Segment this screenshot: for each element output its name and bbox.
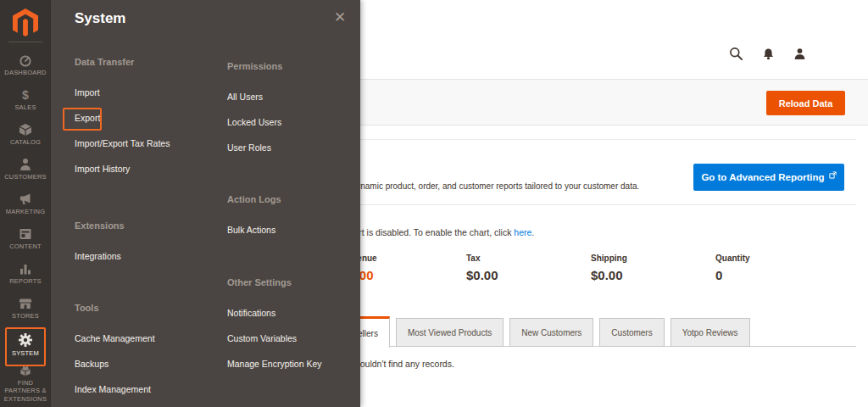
notifications-bell-icon[interactable]: [762, 47, 775, 61]
sidebar-item-reports[interactable]: REPORTS: [0, 256, 51, 291]
section-header-extensions: Extensions: [75, 213, 223, 238]
reload-data-button[interactable]: Reload Data: [766, 91, 845, 115]
sales-icon: $: [19, 88, 32, 102]
admin-sidebar: DASHBOARD $ SALES CATALOG CUSTOMERS MARK…: [0, 0, 51, 407]
tab-customers[interactable]: Customers: [599, 318, 664, 347]
flyout-column-right: Permissions All Users Locked Users User …: [227, 53, 376, 376]
sidebar-item-customers[interactable]: CUSTOMERS: [0, 152, 51, 187]
svg-text:$: $: [22, 88, 29, 102]
menu-item-notifications[interactable]: Notifications: [227, 300, 376, 326]
stat-shipping: Shipping $0.00: [591, 254, 715, 282]
menu-item-manage-encryption-key[interactable]: Manage Encryption Key: [227, 351, 376, 376]
magento-logo[interactable]: [8, 0, 42, 42]
section-header-other-settings: Other Settings: [227, 270, 376, 295]
menu-item-import-export-tax-rates[interactable]: Import/Export Tax Rates: [75, 131, 223, 156]
menu-item-integrations[interactable]: Integrations: [75, 243, 223, 269]
marketing-icon: [19, 192, 32, 206]
reports-icon: [19, 262, 32, 276]
section-header-action-logs: Action Logs: [227, 187, 376, 212]
tab-most-viewed-products[interactable]: Most Viewed Products: [396, 318, 504, 347]
stores-icon: [19, 297, 32, 310]
go-to-advanced-reporting-button[interactable]: Go to Advanced Reporting: [693, 164, 844, 191]
dashboard-icon: [19, 53, 32, 67]
system-flyout-menu: System ✕ Data Transfer Import Export Imp…: [51, 0, 360, 407]
sidebar-item-catalog[interactable]: CATALOG: [0, 117, 51, 152]
find-partners-icon: [19, 365, 32, 377]
close-icon[interactable]: ✕: [331, 8, 349, 27]
sidebar-item-find-partners[interactable]: FIND PARTNERS & EXTENSIONS: [0, 365, 51, 404]
stat-quantity: Quantity 0: [715, 254, 840, 282]
menu-item-backups[interactable]: Backups: [75, 351, 223, 376]
section-header-data-transfer: Data Transfer: [75, 49, 223, 75]
customers-icon: [19, 158, 32, 171]
menu-item-import[interactable]: Import: [75, 80, 223, 105]
stat-tax: Tax $0.00: [466, 254, 591, 282]
catalog-icon: [19, 123, 32, 137]
menu-item-cache-management[interactable]: Cache Management: [75, 326, 223, 351]
sidebar-item-system[interactable]: SYSTEM: [0, 326, 51, 365]
content-icon: [19, 227, 32, 241]
sidebar-item-content[interactable]: CONTENT: [0, 221, 51, 256]
sidebar-item-sales[interactable]: $ SALES: [0, 82, 51, 117]
header-actions: [729, 47, 806, 61]
section-header-tools: Tools: [75, 295, 223, 321]
account-icon[interactable]: [793, 47, 806, 60]
search-icon[interactable]: [729, 47, 743, 61]
menu-item-custom-variables[interactable]: Custom Variables: [227, 326, 376, 351]
tab-yotpo-reviews[interactable]: Yotpo Reviews: [670, 318, 750, 347]
dashboard-totals: Revenue $0.00 Tax $0.00 Shipping $0.00 Q…: [342, 254, 840, 282]
flyout-title: System: [75, 10, 125, 27]
menu-item-index-management[interactable]: Index Management: [75, 376, 223, 402]
sidebar-item-dashboard[interactable]: DASHBOARD: [0, 47, 51, 82]
enable-chart-link[interactable]: here: [514, 227, 531, 237]
menu-item-bulk-actions[interactable]: Bulk Actions: [227, 217, 376, 243]
menu-item-all-users[interactable]: All Users: [227, 84, 376, 109]
system-gear-icon: [18, 332, 33, 348]
menu-item-user-roles[interactable]: User Roles: [227, 135, 376, 160]
menu-item-import-history[interactable]: Import History: [75, 156, 223, 181]
external-link-icon: [829, 171, 837, 179]
tab-new-customers[interactable]: New Customers: [509, 318, 593, 347]
section-header-permissions: Permissions: [227, 53, 376, 79]
menu-item-export[interactable]: Export: [75, 105, 223, 131]
menu-item-locked-users[interactable]: Locked Users: [227, 109, 376, 135]
flyout-column-left: Data Transfer Import Export Import/Expor…: [75, 49, 223, 402]
sidebar-item-stores[interactable]: STORES: [0, 291, 51, 326]
dashboard-tabs: Bestsellers Most Viewed Products New Cus…: [325, 316, 750, 348]
sidebar-item-marketing[interactable]: MARKETING: [0, 187, 51, 221]
